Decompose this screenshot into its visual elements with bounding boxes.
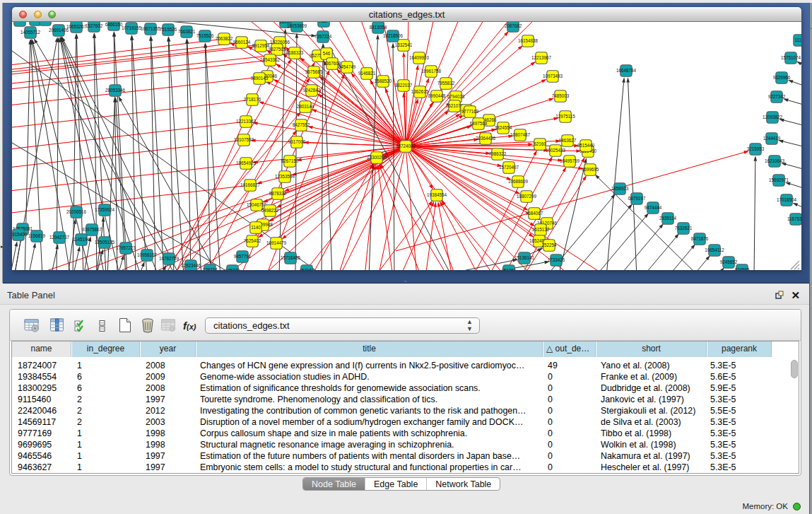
svg-text:129234: 129234 xyxy=(202,267,218,270)
svg-text:1145194: 1145194 xyxy=(73,237,90,242)
svg-text:10719155: 10719155 xyxy=(122,25,142,30)
svg-text:15136141: 15136141 xyxy=(514,255,535,260)
svg-text:8912954: 8912954 xyxy=(252,43,270,48)
svg-text:157164: 157164 xyxy=(299,268,314,270)
svg-text:3915400: 3915400 xyxy=(12,232,28,237)
svg-text:1140: 1140 xyxy=(251,225,261,230)
svg-text:1362615: 1362615 xyxy=(411,89,429,94)
svg-text:945779: 945779 xyxy=(225,268,240,270)
svg-text:3215953: 3215953 xyxy=(747,146,765,151)
svg-text:7485003: 7485003 xyxy=(552,93,570,98)
svg-text:7357224: 7357224 xyxy=(314,34,332,39)
svg-text:14055712: 14055712 xyxy=(20,30,41,35)
svg-text:9463627: 9463627 xyxy=(559,138,577,143)
svg-text:8990448: 8990448 xyxy=(428,93,446,98)
svg-text:9890143: 9890143 xyxy=(251,76,269,81)
svg-text:19218506: 19218506 xyxy=(383,33,404,38)
svg-text:7986322: 7986322 xyxy=(489,151,507,156)
svg-text:10653267: 10653267 xyxy=(66,24,87,29)
svg-text:6497568: 6497568 xyxy=(470,121,488,126)
svg-text:7663821: 7663821 xyxy=(178,29,196,34)
svg-text:9242843: 9242843 xyxy=(303,88,321,93)
svg-text:15692971: 15692971 xyxy=(769,177,789,182)
svg-text:16671355: 16671355 xyxy=(141,26,161,31)
svg-text:9227342: 9227342 xyxy=(768,94,786,99)
svg-text:8454749: 8454749 xyxy=(339,64,356,69)
svg-text:9245652: 9245652 xyxy=(720,259,738,264)
svg-text:12093822: 12093822 xyxy=(763,115,783,119)
svg-text:93975867: 93975867 xyxy=(82,227,102,232)
svg-text:1588520: 1588520 xyxy=(375,78,392,83)
svg-text:3675685: 3675685 xyxy=(305,69,323,74)
svg-text:6879197: 6879197 xyxy=(628,196,646,201)
svg-text:6466160: 6466160 xyxy=(105,22,123,27)
svg-text:9777169: 9777169 xyxy=(461,109,479,114)
svg-text:18495759: 18495759 xyxy=(560,158,580,163)
svg-text:10973493: 10973493 xyxy=(543,74,563,78)
svg-text:20206516: 20206516 xyxy=(66,209,87,214)
svg-text:19654925: 19654925 xyxy=(236,160,257,165)
svg-text:9146821: 9146821 xyxy=(358,71,376,76)
svg-text:12505135: 12505135 xyxy=(95,240,115,245)
svg-text:8471676: 8471676 xyxy=(691,236,709,241)
svg-text:1733426: 1733426 xyxy=(548,257,565,262)
svg-text:18807299: 18807299 xyxy=(517,194,537,199)
svg-text:15720407: 15720407 xyxy=(499,165,519,170)
svg-text:8427552: 8427552 xyxy=(293,122,310,127)
svg-text:10654112: 10654112 xyxy=(705,247,724,252)
svg-text:5498222: 5498222 xyxy=(261,208,279,213)
svg-text:12353594: 12353594 xyxy=(275,174,295,179)
svg-text:7625402: 7625402 xyxy=(244,238,261,243)
svg-text:9317006: 9317006 xyxy=(288,139,306,144)
svg-text:16914479: 16914479 xyxy=(266,240,287,245)
svg-text:8267150: 8267150 xyxy=(281,158,299,163)
svg-text:17359924: 17359924 xyxy=(95,207,115,212)
svg-text:9457791: 9457791 xyxy=(234,254,252,259)
svg-text:16210643: 16210643 xyxy=(765,158,785,163)
svg-text:9515440: 9515440 xyxy=(577,143,595,148)
svg-text:8878332: 8878332 xyxy=(269,191,287,196)
svg-text:7357: 7357 xyxy=(319,22,329,23)
svg-text:3824554: 3824554 xyxy=(495,125,512,130)
svg-text:7515526: 7515526 xyxy=(196,33,214,38)
svg-text:16053809: 16053809 xyxy=(287,23,307,28)
svg-text:8813054: 8813054 xyxy=(370,25,387,30)
svg-text:6794028: 6794028 xyxy=(447,94,465,99)
svg-text:15751074: 15751074 xyxy=(781,55,801,60)
svg-text:12213363: 12213363 xyxy=(236,119,257,124)
svg-text:15716485: 15716485 xyxy=(281,255,301,260)
svg-text:1332541: 1332541 xyxy=(395,42,413,47)
svg-text:546: 546 xyxy=(323,51,331,56)
svg-text:12923446: 12923446 xyxy=(181,263,201,268)
svg-text:12975115: 12975115 xyxy=(555,114,575,119)
svg-text:10688609: 10688609 xyxy=(508,179,529,184)
svg-text:17016504: 17016504 xyxy=(777,197,797,202)
svg-text:9474444: 9474444 xyxy=(645,205,662,210)
svg-text:16543362: 16543362 xyxy=(260,57,281,62)
svg-text:10958107: 10958107 xyxy=(137,252,158,257)
svg-text:9827503: 9827503 xyxy=(269,47,286,52)
svg-text:1112: 1112 xyxy=(794,37,801,42)
svg-text:17957223: 17957223 xyxy=(116,245,136,250)
svg-text:16648784: 16648784 xyxy=(616,68,637,73)
svg-text:62160: 62160 xyxy=(534,141,546,146)
svg-text:151361: 151361 xyxy=(501,268,517,270)
svg-text:1527602: 1527602 xyxy=(86,23,103,28)
svg-text:10961758: 10961758 xyxy=(421,69,442,74)
svg-text:10025433: 10025433 xyxy=(546,148,566,153)
svg-text:8186323: 8186323 xyxy=(286,50,304,55)
svg-text:2935114: 2935114 xyxy=(659,216,677,221)
svg-text:10807487: 10807487 xyxy=(510,132,531,137)
svg-text:7663822: 7663822 xyxy=(216,36,233,41)
svg-text:19166827: 19166827 xyxy=(240,182,261,187)
svg-text:9684067: 9684067 xyxy=(526,211,543,216)
svg-text:12942737: 12942737 xyxy=(49,235,70,240)
svg-text:1156819: 1156819 xyxy=(28,233,46,238)
svg-text:16782759: 16782759 xyxy=(159,256,180,261)
svg-text:12213967: 12213967 xyxy=(531,55,552,60)
svg-text:2803144: 2803144 xyxy=(297,104,314,109)
svg-text:1615132: 1615132 xyxy=(532,227,550,232)
svg-text:10107553: 10107553 xyxy=(234,137,254,142)
svg-text:1858923: 1858923 xyxy=(611,186,629,191)
svg-text:9699695: 9699695 xyxy=(582,167,599,172)
